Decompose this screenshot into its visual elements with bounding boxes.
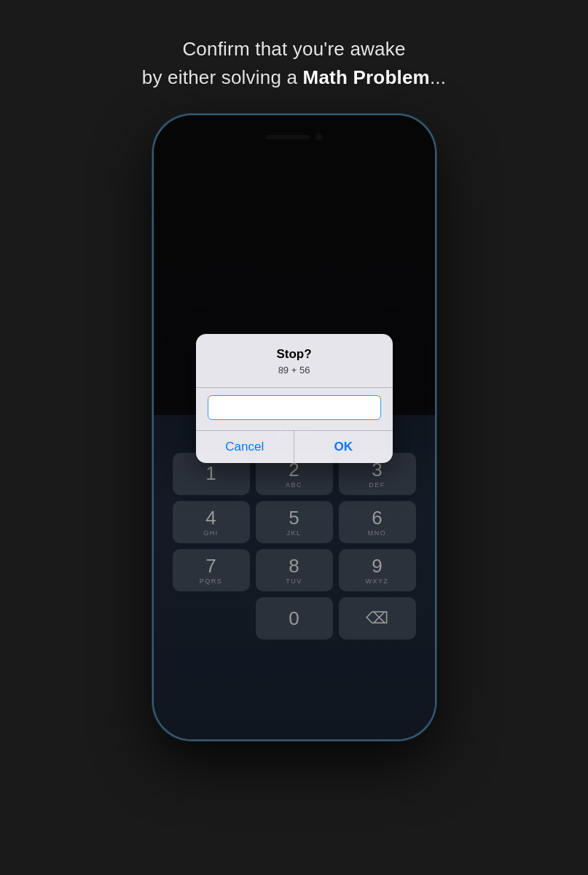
ok-button[interactable]: OK [294,431,393,463]
dialog-input-wrapper [196,388,393,431]
dialog-content: Stop? 89 + 56 [196,334,393,388]
dialog-buttons: Cancel OK [196,431,393,463]
phone-frame: Snooze 15:42 Alarm 1 2 [152,114,436,741]
stop-dialog: Stop? 89 + 56 Cancel OK [196,334,393,463]
dialog-message: 89 + 56 [208,365,381,376]
phone-screen: Snooze 15:42 Alarm 1 2 [154,115,435,739]
cancel-button[interactable]: Cancel [196,431,295,463]
dialog-title: Stop? [208,347,381,362]
header-description: Confirm that you're awake by either solv… [142,35,446,92]
dialog-overlay: Stop? 89 + 56 Cancel OK [154,115,435,739]
phone-mockup: Snooze 15:42 Alarm 1 2 [152,114,436,741]
math-answer-input[interactable] [208,395,381,420]
